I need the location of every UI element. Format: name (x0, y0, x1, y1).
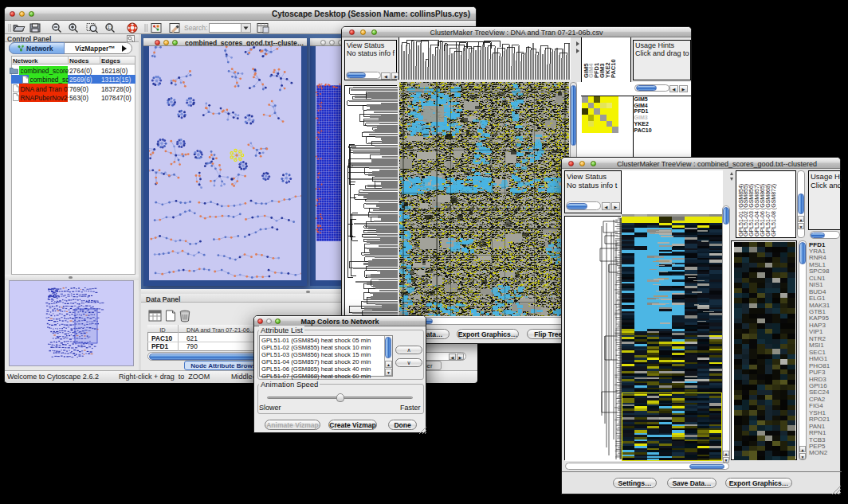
svg-text:1:1: 1:1 (108, 25, 113, 29)
svg-text:Search:: Search: (184, 24, 207, 32)
